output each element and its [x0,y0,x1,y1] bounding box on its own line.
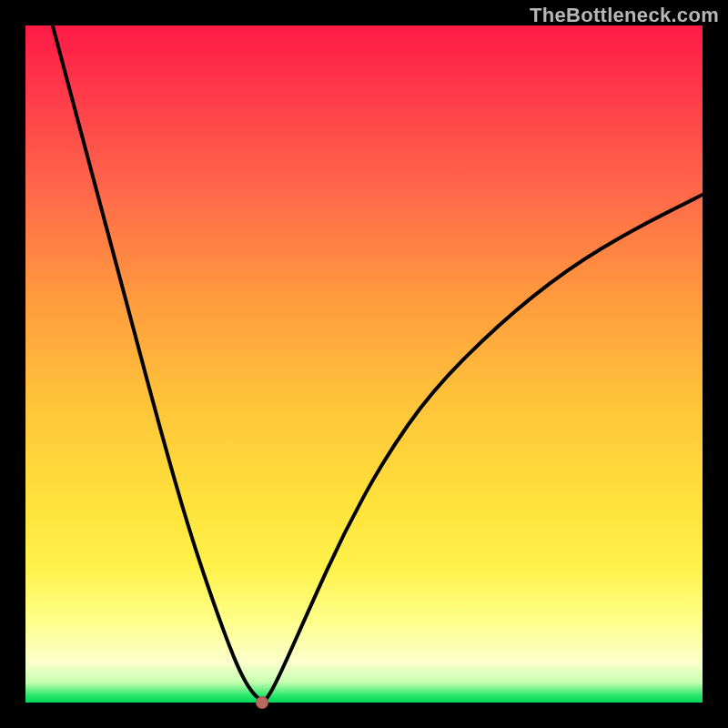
plot-area [25,25,703,703]
watermark-label: TheBottleneck.com [530,4,719,27]
bottleneck-curve-path [53,25,703,701]
chart-frame: TheBottleneck.com [0,0,728,728]
curve-svg [25,25,703,703]
optimal-point-marker [256,696,268,709]
